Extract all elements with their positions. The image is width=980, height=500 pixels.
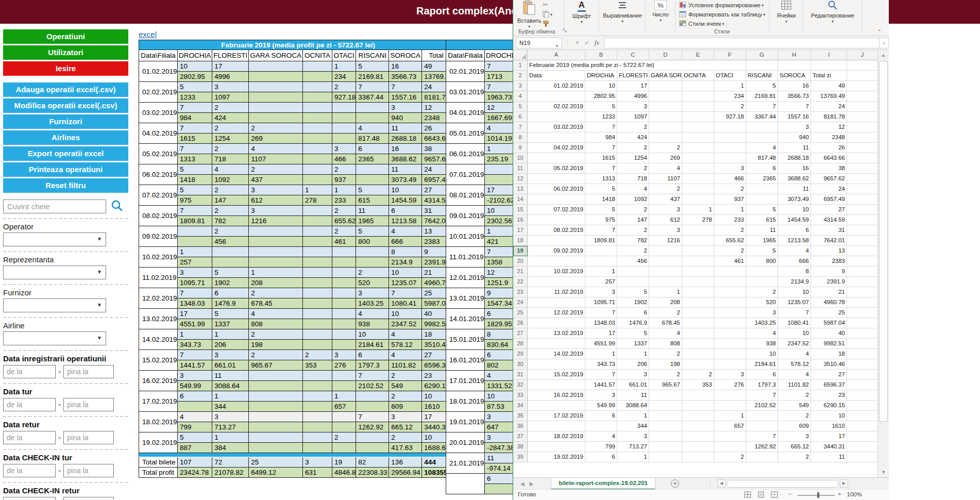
cell[interactable]: 718 (617, 174, 649, 184)
cell[interactable]: 276 (714, 380, 746, 390)
cell[interactable]: 31 (811, 225, 847, 236)
cell[interactable]: 03.02.2019 (528, 122, 585, 132)
cell[interactable]: 800 (746, 256, 778, 266)
cell[interactable]: 11 (811, 452, 847, 462)
cell[interactable] (847, 122, 878, 132)
cell[interactable]: 10 (778, 205, 811, 215)
data-inregistrarii-operatiunii-from-input[interactable] (3, 365, 56, 378)
cell[interactable] (649, 102, 682, 112)
cell[interactable]: 13769.49 (811, 91, 847, 102)
cell[interactable]: 817.48 (746, 153, 778, 163)
cell[interactable]: 11 (778, 143, 811, 153)
cell[interactable]: 17 (617, 81, 649, 91)
format-painter-button[interactable] (543, 20, 552, 28)
cell[interactable]: 15.02.2019 (528, 370, 585, 380)
alignment-button[interactable]: Выравнивание▾ (602, 0, 643, 24)
cell[interactable]: 26 (811, 143, 847, 153)
row-header-11[interactable]: 11 (513, 163, 528, 174)
row-header-37[interactable]: 37 (513, 431, 528, 442)
cell[interactable] (714, 297, 746, 308)
cell[interactable] (682, 421, 714, 431)
cell[interactable]: 5 (585, 102, 617, 112)
row-header-23[interactable]: 23 (513, 287, 528, 297)
cell-header[interactable]: FLORESTI (617, 71, 649, 81)
cell[interactable]: 198 (649, 359, 682, 370)
cell[interactable] (528, 153, 585, 163)
cell[interactable] (682, 91, 714, 102)
cell[interactable] (847, 421, 878, 431)
row-header-25[interactable]: 25 (513, 308, 528, 318)
cell[interactable] (682, 225, 714, 236)
cell[interactable] (682, 390, 714, 401)
scroll-down-icon[interactable]: ▼ (878, 467, 889, 477)
cell[interactable] (682, 174, 714, 184)
select-all-corner[interactable] (513, 50, 528, 60)
cells-button[interactable]: Ячейки▾ (772, 0, 801, 24)
row-header-7[interactable]: 7 (513, 122, 528, 132)
cell[interactable]: 1337 (617, 339, 649, 349)
cell[interactable]: 6957.49 (811, 194, 847, 205)
row-header-31[interactable]: 31 (513, 370, 528, 380)
cell[interactable] (682, 102, 714, 112)
cell[interactable] (528, 297, 585, 308)
cell[interactable]: 3 (746, 308, 778, 318)
cell[interactable]: 1965 (746, 236, 778, 246)
cell[interactable] (682, 442, 714, 452)
cell[interactable]: 938 (746, 339, 778, 349)
cell[interactable] (847, 246, 878, 256)
cell[interactable]: 4 (585, 431, 617, 442)
cell[interactable]: 665.12 (778, 442, 811, 452)
cell[interactable]: 1 (617, 349, 649, 359)
cell[interactable] (649, 411, 682, 421)
cell[interactable]: 1348.03 (585, 318, 617, 328)
cell[interactable]: 7 (585, 163, 617, 174)
cell[interactable]: 937 (714, 194, 746, 205)
horizontal-scrollbar-thumb[interactable] (726, 480, 839, 488)
cell[interactable]: 655.62 (714, 236, 746, 246)
cell[interactable]: 2 (617, 225, 649, 236)
cell[interactable]: 437 (649, 194, 682, 205)
font-button[interactable]: А Шрифт▾ (567, 0, 597, 24)
cell[interactable]: 343.73 (585, 359, 617, 370)
cell[interactable]: 234 (714, 91, 746, 102)
cell[interactable]: 7 (746, 102, 778, 112)
cell[interactable]: 2802.95 (585, 91, 617, 102)
row-header-33[interactable]: 33 (513, 390, 528, 401)
furnizor-select[interactable]: ▼ (3, 298, 106, 312)
cell[interactable]: 6 (746, 163, 778, 174)
cell[interactable]: 461 (714, 256, 746, 266)
cell[interactable] (847, 442, 878, 452)
cell[interactable]: 269 (649, 153, 682, 163)
row-header-36[interactable]: 36 (513, 421, 528, 431)
cell[interactable] (682, 112, 714, 122)
cell[interactable]: 1615 (585, 153, 617, 163)
formula-input[interactable] (604, 38, 880, 48)
tab-bar-splitter[interactable]: ⋮ (707, 480, 713, 487)
cell[interactable]: 3 (649, 225, 682, 236)
data-retur-from-input[interactable] (3, 431, 56, 444)
cell[interactable]: 2 (649, 349, 682, 359)
cell[interactable] (649, 91, 682, 102)
data-retur-to-input[interactable] (63, 431, 114, 444)
cell[interactable]: 11 (746, 225, 778, 236)
cell[interactable] (528, 215, 585, 225)
cell[interactable] (746, 452, 778, 462)
cell[interactable]: 7642.01 (811, 236, 847, 246)
cell[interactable] (847, 287, 878, 297)
row-header-9[interactable]: 9 (513, 143, 528, 153)
cell[interactable]: 1235.07 (778, 297, 811, 308)
cell[interactable] (746, 277, 778, 287)
cell[interactable]: 3566.73 (778, 91, 811, 102)
row-header-5[interactable]: 5 (513, 102, 528, 112)
cell[interactable]: 17 (811, 431, 847, 442)
cell[interactable]: 2 (778, 390, 811, 401)
cell[interactable]: 7 (746, 390, 778, 401)
cell[interactable] (682, 431, 714, 442)
cell[interactable]: 12 (811, 122, 847, 132)
cell[interactable]: 713.27 (617, 442, 649, 452)
cell[interactable] (649, 390, 682, 401)
zoom-slider-thumb[interactable] (817, 492, 819, 498)
cell[interactable] (847, 380, 878, 390)
cell[interactable]: 5 (617, 328, 649, 339)
row-header-16[interactable]: 16 (513, 215, 528, 225)
